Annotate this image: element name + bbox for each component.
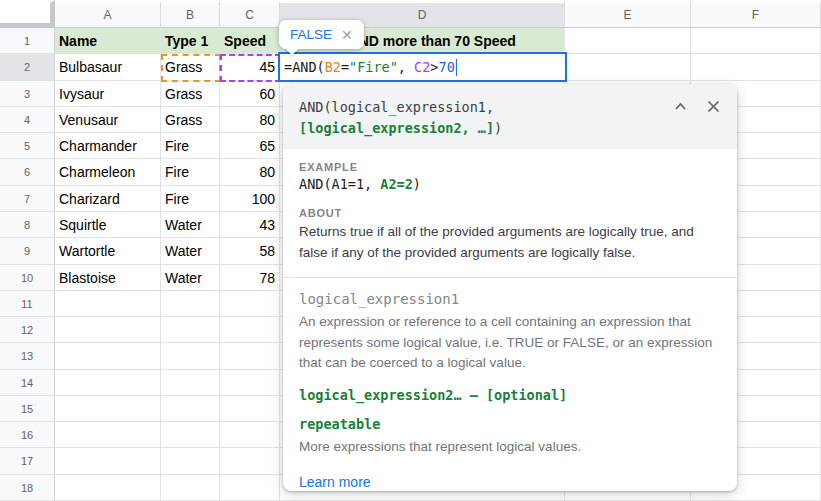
cell-B17[interactable] bbox=[161, 448, 220, 475]
column-header-A[interactable]: A bbox=[55, 0, 161, 28]
cell-C7[interactable]: 100 bbox=[220, 186, 280, 212]
referenced-cell-C2-highlight bbox=[220, 54, 281, 82]
close-icon[interactable] bbox=[706, 99, 721, 114]
cell-E1[interactable] bbox=[565, 28, 691, 54]
signature-line-2: [logical_expression2, …]) bbox=[299, 118, 721, 139]
row-header-9[interactable]: 9 bbox=[0, 238, 55, 265]
column-header-C[interactable]: C bbox=[220, 0, 280, 28]
cell-B18[interactable] bbox=[161, 475, 220, 501]
cell-C10[interactable]: 78 bbox=[220, 265, 280, 291]
close-icon[interactable]: ✕ bbox=[341, 27, 353, 43]
cell-C18[interactable] bbox=[220, 475, 280, 501]
cell-A2[interactable]: Bulbasaur bbox=[55, 54, 161, 81]
cell-E2[interactable] bbox=[565, 54, 691, 81]
cell-C4[interactable]: 80 bbox=[220, 107, 280, 133]
cell-C12[interactable] bbox=[220, 317, 280, 343]
cell-B8[interactable]: Water bbox=[161, 212, 220, 238]
cell-C11[interactable] bbox=[220, 291, 280, 317]
cell-A7[interactable]: Charizard bbox=[55, 186, 161, 212]
cell-C6[interactable]: 80 bbox=[220, 159, 280, 186]
cell-A15[interactable] bbox=[55, 396, 161, 422]
cell-A18[interactable] bbox=[55, 475, 161, 501]
formula-token: = bbox=[341, 59, 349, 75]
cell-A6[interactable]: Charmeleon bbox=[55, 159, 161, 186]
row-header-11[interactable]: 11 bbox=[0, 291, 55, 317]
row-header-17[interactable]: 17 bbox=[0, 448, 55, 475]
cell-B16[interactable] bbox=[161, 422, 220, 448]
cell-C3[interactable]: 60 bbox=[220, 81, 280, 107]
row-header-8[interactable]: 8 bbox=[0, 212, 55, 238]
cell-A3[interactable]: Ivysaur bbox=[55, 81, 161, 107]
row-header-2[interactable]: 2 bbox=[0, 54, 55, 81]
row-header-13[interactable]: 13 bbox=[0, 343, 55, 370]
cell-B5[interactable]: Fire bbox=[161, 133, 220, 159]
cell-A9[interactable]: Wartortle bbox=[55, 238, 161, 265]
collapse-chevron-up-icon[interactable] bbox=[673, 99, 688, 114]
cell-B14[interactable] bbox=[161, 370, 220, 396]
param2-title: logical_expression2… – [optional] bbox=[299, 387, 721, 403]
cell-B1[interactable]: Type 1 bbox=[161, 28, 220, 54]
row-header-10[interactable]: 10 bbox=[0, 265, 55, 291]
formula-token: "Fire" bbox=[349, 59, 398, 75]
column-header-E[interactable]: E bbox=[565, 0, 691, 28]
learn-more-link[interactable]: Learn more bbox=[299, 474, 371, 490]
cell-B3[interactable]: Grass bbox=[161, 81, 220, 107]
cell-C15[interactable] bbox=[220, 396, 280, 422]
cell-A10[interactable]: Blastoise bbox=[55, 265, 161, 291]
text-cursor bbox=[456, 59, 458, 76]
cell-B9[interactable]: Water bbox=[161, 238, 220, 265]
cell-C14[interactable] bbox=[220, 370, 280, 396]
cell-C8[interactable]: 43 bbox=[220, 212, 280, 238]
referenced-cell-B2-highlight bbox=[161, 54, 221, 82]
cell-B15[interactable] bbox=[161, 396, 220, 422]
cell-C16[interactable] bbox=[220, 422, 280, 448]
select-all-corner[interactable] bbox=[0, 0, 55, 28]
cell-C13[interactable] bbox=[220, 343, 280, 370]
param1-name: logical_expression1 bbox=[299, 291, 721, 307]
column-header-B[interactable]: B bbox=[161, 0, 220, 28]
cell-B11[interactable] bbox=[161, 291, 220, 317]
cell-B6[interactable]: Fire bbox=[161, 159, 220, 186]
row-header-14[interactable]: 14 bbox=[0, 370, 55, 396]
param1-description: An expression or reference to a cell con… bbox=[299, 312, 721, 374]
cell-A11[interactable] bbox=[55, 291, 161, 317]
cell-F2[interactable] bbox=[691, 54, 821, 81]
preview-result-value: FALSE bbox=[290, 27, 332, 42]
cell-B4[interactable]: Grass bbox=[161, 107, 220, 133]
cell-A13[interactable] bbox=[55, 343, 161, 370]
cell-B13[interactable] bbox=[161, 343, 220, 370]
cell-B7[interactable]: Fire bbox=[161, 186, 220, 212]
row-header-6[interactable]: 6 bbox=[0, 159, 55, 186]
cell-A5[interactable]: Charmander bbox=[55, 133, 161, 159]
cell-A12[interactable] bbox=[55, 317, 161, 343]
cell-C5[interactable]: 65 bbox=[220, 133, 280, 159]
cell-A17[interactable] bbox=[55, 448, 161, 475]
cell-A14[interactable] bbox=[55, 370, 161, 396]
cell-B10[interactable]: Water bbox=[161, 265, 220, 291]
column-header-F[interactable]: F bbox=[691, 0, 821, 28]
cell-A16[interactable] bbox=[55, 422, 161, 448]
row-header-7[interactable]: 7 bbox=[0, 186, 55, 212]
cell-C9[interactable]: 58 bbox=[220, 238, 280, 265]
row-header-3[interactable]: 3 bbox=[0, 81, 55, 107]
param2-description: More expressions that represent logical … bbox=[299, 437, 721, 458]
cell-A4[interactable]: Venusaur bbox=[55, 107, 161, 133]
cell-A1[interactable]: Name bbox=[55, 28, 161, 54]
row-header-12[interactable]: 12 bbox=[0, 317, 55, 343]
row-header-1[interactable]: 1 bbox=[0, 28, 55, 54]
row-header-15[interactable]: 15 bbox=[0, 396, 55, 422]
cell-F1[interactable] bbox=[691, 28, 821, 54]
row-header-16[interactable]: 16 bbox=[0, 422, 55, 448]
about-text: Returns true if all of the provided argu… bbox=[299, 222, 721, 263]
row-header-4[interactable]: 4 bbox=[0, 107, 55, 133]
param2-repeatable: repeatable bbox=[299, 416, 721, 432]
formula-text: =AND(B2="Fire", C2>70 bbox=[284, 59, 455, 75]
row-header-5[interactable]: 5 bbox=[0, 133, 55, 159]
formula-token: > bbox=[430, 59, 438, 75]
formula-editor-cell-d2[interactable]: =AND(B2="Fire", C2>70 bbox=[278, 52, 567, 82]
cell-C17[interactable] bbox=[220, 448, 280, 475]
row-header-18[interactable]: 18 bbox=[0, 475, 55, 501]
cell-A8[interactable]: Squirtle bbox=[55, 212, 161, 238]
cell-C1[interactable]: Speed bbox=[220, 28, 280, 54]
cell-B12[interactable] bbox=[161, 317, 220, 343]
